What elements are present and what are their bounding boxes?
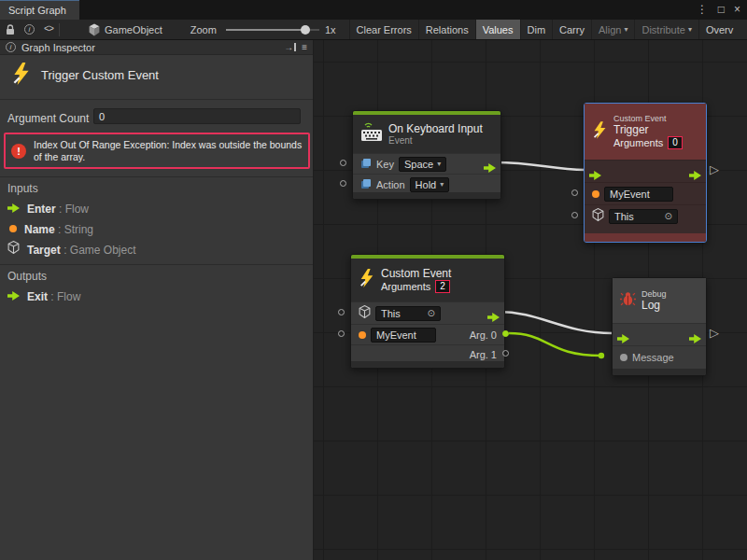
selected-unit-title: Trigger Custom Event	[41, 68, 159, 82]
flow-input-port[interactable]	[589, 167, 601, 184]
overview-button[interactable]: Overv	[698, 20, 740, 40]
node-trigger-custom-event[interactable]: Custom Event Trigger Arguments 0 MyEvent	[584, 103, 707, 243]
arguments-count-badge: 0	[668, 136, 683, 149]
graph-canvas[interactable]: On Keyboard Input Event Key Space ▾ Acti…	[314, 40, 747, 560]
key-port-label: Key	[376, 159, 394, 170]
code-view-icon[interactable]: <>	[44, 20, 53, 40]
wire-keyboard-to-trigger[interactable]	[494, 162, 585, 170]
target-picker-icon[interactable]: ⊙	[428, 308, 435, 318]
port-list-item-target: Target : Game Object	[7, 242, 136, 257]
unity-window: Script Graph ⋮ □ × i <> GameObject Zoom …	[0, 0, 747, 560]
gameobject-cube-icon	[359, 305, 371, 322]
port-type: : Flow	[48, 290, 80, 303]
flow-output-port[interactable]	[689, 167, 701, 184]
divider	[0, 99, 313, 100]
name-input-port[interactable]	[338, 330, 345, 337]
node-header[interactable]: Custom Event Arguments 2	[351, 259, 504, 301]
port-name: Target	[27, 244, 61, 257]
close-icon[interactable]: ×	[734, 3, 740, 16]
argument-count-input[interactable]: 0	[93, 108, 301, 124]
node-on-keyboard-input[interactable]: On Keyboard Input Event Key Space ▾ Acti…	[352, 110, 501, 200]
port-name: Name	[24, 223, 55, 236]
wire-end-dot	[599, 353, 604, 358]
key-dropdown[interactable]: Space ▾	[399, 157, 446, 172]
flow-arrow-icon	[7, 200, 20, 217]
error-message-text: Index Out Of Range Exception: Index was …	[34, 139, 303, 163]
argument-count-label: Argument Count	[7, 112, 89, 125]
node-title: Custom Event	[381, 267, 451, 280]
arg1-output-port[interactable]	[502, 350, 509, 357]
panel-menu-icon[interactable]: ≡	[302, 42, 307, 52]
relations-button[interactable]: Relations	[418, 20, 475, 40]
error-message-box: ! Index Out Of Range Exception: Index wa…	[4, 133, 310, 169]
target-input-port[interactable]	[338, 309, 345, 315]
gameobject-cube-icon	[88, 20, 101, 40]
window-menu-icon[interactable]: ⋮	[697, 3, 708, 16]
message-input-port[interactable]	[620, 354, 627, 361]
toolbar-separator	[59, 23, 60, 36]
wire-arg0-to-message[interactable]	[509, 333, 601, 356]
node-header[interactable]: Custom Event Trigger Arguments 0	[585, 104, 706, 160]
bug-icon	[620, 291, 636, 311]
distribute-button[interactable]: Distribute ▾	[634, 20, 698, 40]
flow-output-port[interactable]	[487, 309, 500, 326]
port-list-item-enter: Enter : Flow	[7, 201, 89, 216]
gameobject-label[interactable]: GameObject	[105, 24, 162, 35]
target-value: This	[381, 308, 401, 319]
target-input-port[interactable]	[571, 212, 578, 218]
custom-event-lightning-icon	[592, 121, 608, 143]
flow-arrow-icon	[7, 287, 20, 304]
port-type: : String	[55, 223, 93, 236]
zoom-slider-handle[interactable]	[301, 25, 310, 35]
maximize-icon[interactable]: □	[718, 3, 725, 16]
dim-button[interactable]: Dim	[520, 20, 553, 40]
target-picker-icon[interactable]: ⊙	[665, 211, 672, 221]
action-dropdown-value: Hold	[416, 179, 437, 190]
carry-button[interactable]: Carry	[552, 20, 591, 40]
lock-icon[interactable]	[6, 20, 15, 40]
align-button-label: Align	[599, 24, 621, 35]
port-row-name: MyEvent	[585, 182, 706, 204]
target-field[interactable]: This ⊙	[609, 209, 678, 224]
node-category: Debug	[641, 289, 667, 299]
port-row-target: This ⊙	[351, 301, 504, 324]
node-custom-event[interactable]: Custom Event Arguments 2 This ⊙ M	[350, 254, 505, 369]
zoom-label: Zoom	[190, 24, 217, 35]
event-name-field[interactable]: MyEvent	[371, 328, 436, 343]
graph-inspector-panel: i Graph Inspector → ≡ Trigger Custom Eve…	[0, 40, 314, 560]
zoom-slider[interactable]	[226, 20, 319, 40]
keyboard-icon	[360, 122, 383, 146]
info-icon[interactable]: i	[24, 24, 35, 35]
tab-script-graph[interactable]: Script Graph	[0, 0, 79, 20]
event-name-field[interactable]: MyEvent	[604, 187, 673, 202]
action-port-label: Action	[376, 179, 405, 190]
arg0-output-port[interactable]	[502, 330, 509, 337]
action-input-port[interactable]	[340, 180, 346, 187]
target-field[interactable]: This ⊙	[375, 306, 441, 321]
values-button[interactable]: Values	[475, 20, 520, 40]
node-header[interactable]: Debug Log	[613, 278, 706, 323]
align-button[interactable]: Align ▾	[591, 20, 634, 40]
clear-errors-button[interactable]: Clear Errors	[349, 20, 418, 40]
name-input-port[interactable]	[571, 189, 578, 196]
argument-count-value: 0	[99, 111, 105, 122]
action-dropdown[interactable]: Hold ▾	[410, 177, 450, 192]
arguments-label: Arguments	[381, 281, 430, 292]
flow-indicator-icon: ▷	[710, 162, 719, 176]
dock-icon[interactable]: →	[284, 42, 296, 52]
event-name-value: MyEvent	[376, 329, 416, 341]
port-row-name: MyEvent Arg. 0	[351, 324, 504, 344]
divider	[0, 176, 313, 177]
key-input-port[interactable]	[340, 160, 346, 166]
node-debug-log[interactable]: Debug Log Message	[612, 277, 707, 376]
node-title: Log	[641, 299, 667, 312]
wire-arguments-to-log[interactable]	[498, 312, 613, 333]
flow-output-port[interactable]	[689, 330, 701, 347]
node-title: On Keyboard Input	[388, 122, 483, 135]
node-header[interactable]: On Keyboard Input Event	[353, 115, 500, 153]
custom-event-lightning-icon	[359, 269, 375, 291]
flow-input-port[interactable]	[617, 330, 629, 347]
arguments-label: Arguments	[613, 137, 663, 148]
port-row-target: This ⊙	[585, 204, 706, 227]
outputs-heading: Outputs	[7, 270, 47, 283]
